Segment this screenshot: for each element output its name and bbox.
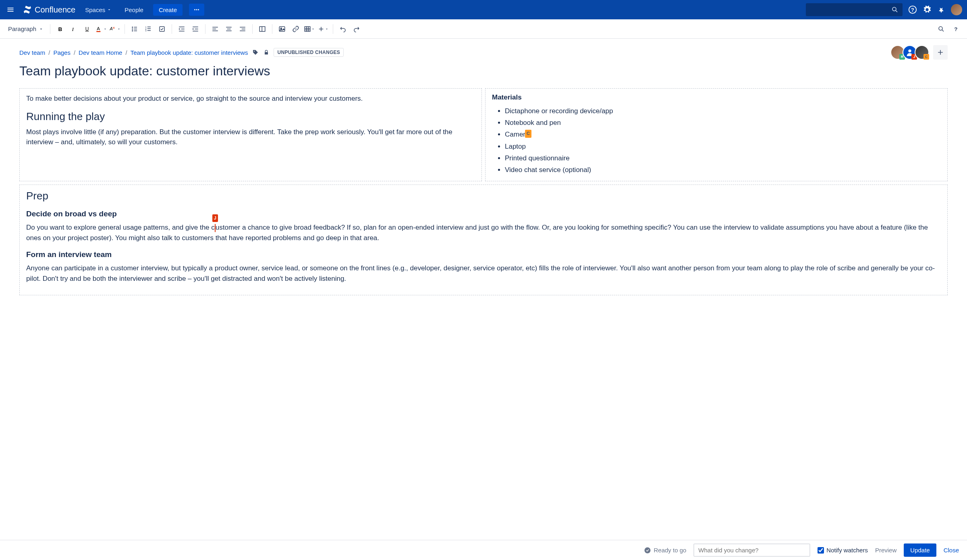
- svg-point-15: [132, 28, 133, 29]
- bold-button[interactable]: B: [54, 23, 66, 35]
- breadcrumb-row: Dev team / Pages / Dev team Home / Team …: [19, 45, 948, 60]
- svg-rect-29: [193, 27, 198, 27]
- svg-rect-38: [240, 27, 245, 27]
- cursor-j: J: [215, 222, 216, 233]
- redo-button[interactable]: [350, 23, 363, 35]
- svg-rect-20: [147, 27, 151, 27]
- settings-icon[interactable]: [923, 5, 932, 14]
- image-button[interactable]: [276, 23, 288, 35]
- confluence-logo[interactable]: Confluence: [23, 5, 75, 15]
- materials-heading: Materials: [492, 93, 941, 102]
- breadcrumb-sep: /: [48, 49, 50, 56]
- add-collaborator-button[interactable]: [933, 45, 948, 60]
- more-menu-button[interactable]: [189, 4, 204, 16]
- profile-avatar[interactable]: [951, 4, 962, 15]
- svg-text:?: ?: [911, 7, 914, 13]
- nav-people[interactable]: People: [121, 4, 147, 16]
- outdent-button[interactable]: [175, 23, 188, 35]
- link-button[interactable]: [289, 23, 302, 35]
- breadcrumb: Dev team / Pages / Dev team Home / Team …: [19, 49, 248, 56]
- cursor-c-badge: C: [525, 130, 531, 138]
- svg-point-2: [198, 9, 199, 10]
- layout-full-width[interactable]: Prep Decide on broad vs deep Do you want…: [19, 185, 948, 295]
- align-center-button[interactable]: [222, 23, 235, 35]
- svg-rect-27: [181, 29, 185, 29]
- toolbar-separator: [125, 24, 125, 34]
- svg-point-52: [254, 51, 255, 52]
- svg-rect-31: [193, 31, 198, 31]
- numbered-list-button[interactable]: 123: [142, 23, 155, 35]
- layout-button[interactable]: [256, 23, 269, 35]
- create-button[interactable]: Create: [153, 4, 183, 16]
- page-title[interactable]: Team playbook update: customer interview…: [19, 64, 948, 79]
- undo-button[interactable]: [336, 23, 349, 35]
- notifications-icon[interactable]: [937, 6, 945, 14]
- svg-rect-26: [179, 27, 185, 27]
- align-right-button[interactable]: [236, 23, 249, 35]
- heading-prep: Prep: [26, 190, 941, 202]
- clear-formatting-button[interactable]: A✕: [108, 23, 121, 35]
- list-item: Printed questionnaire: [505, 153, 941, 164]
- table-button[interactable]: [303, 23, 316, 35]
- search-box[interactable]: [806, 3, 903, 16]
- breadcrumb-item[interactable]: Team playbook update: customer interview…: [131, 49, 248, 56]
- collaborator-badge: C: [923, 54, 929, 60]
- breadcrumb-item[interactable]: Dev team: [19, 49, 45, 56]
- layout-cell-right[interactable]: Materials Dictaphone or recording device…: [485, 88, 948, 181]
- list-item: Notebook and pen: [505, 117, 941, 128]
- toolbar-right: ?: [935, 23, 962, 35]
- nav-spaces[interactable]: Spaces: [82, 4, 115, 16]
- toolbar-separator: [252, 24, 253, 34]
- restrictions-icon[interactable]: [263, 49, 270, 56]
- svg-rect-36: [227, 29, 231, 29]
- align-left-button[interactable]: [209, 23, 222, 35]
- italic-button[interactable]: I: [67, 23, 80, 35]
- format-label: Paragraph: [8, 25, 36, 32]
- svg-text:B: B: [58, 26, 62, 32]
- breadcrumb-item[interactable]: Pages: [53, 49, 71, 56]
- chevron-down-icon: [107, 7, 112, 12]
- labels-icon[interactable]: [252, 49, 259, 56]
- svg-text:?: ?: [954, 26, 957, 32]
- insert-button[interactable]: [317, 23, 330, 35]
- collaborators: R J C: [893, 45, 948, 60]
- svg-rect-45: [305, 27, 310, 31]
- svg-text:✕: ✕: [112, 26, 115, 30]
- text-color-button[interactable]: A: [95, 23, 108, 35]
- svg-rect-24: [147, 30, 151, 31]
- cursor-j-flag: J: [212, 214, 218, 222]
- bullet-list-button[interactable]: [128, 23, 141, 35]
- editor-content: Dev team / Pages / Dev team Home / Team …: [0, 39, 967, 540]
- dots-icon: [193, 6, 200, 13]
- svg-rect-30: [195, 29, 198, 29]
- svg-rect-39: [242, 29, 245, 29]
- list-item: CameraC: [505, 129, 941, 140]
- status-badge: UNPUBLISHED CHANGES: [274, 48, 344, 57]
- svg-text:A: A: [97, 26, 100, 31]
- materials-list: Dictaphone or recording device/app Noteb…: [492, 106, 941, 175]
- toolbar-help-button[interactable]: ?: [949, 23, 962, 35]
- breadcrumb-item[interactable]: Dev team Home: [79, 49, 122, 56]
- svg-point-54: [908, 50, 911, 52]
- find-button[interactable]: [935, 23, 948, 35]
- svg-rect-18: [134, 30, 137, 31]
- svg-point-44: [280, 28, 282, 29]
- collaborator-avatar[interactable]: C: [915, 45, 929, 60]
- search-icon: [891, 6, 899, 13]
- app-switcher-icon[interactable]: [5, 4, 16, 15]
- svg-rect-34: [212, 30, 218, 31]
- indent-button[interactable]: [189, 23, 202, 35]
- editor-toolbar: Paragraph B I U A A✕ 123 ?: [0, 19, 967, 39]
- svg-point-17: [132, 30, 133, 31]
- svg-rect-28: [179, 31, 185, 31]
- form-body: Anyone can participate in a customer int…: [26, 263, 941, 284]
- svg-rect-32: [212, 27, 218, 27]
- heading-running: Running the play: [26, 110, 475, 123]
- format-select[interactable]: Paragraph: [5, 24, 47, 34]
- task-list-button[interactable]: [156, 23, 168, 35]
- underline-button[interactable]: U: [81, 23, 94, 35]
- help-icon[interactable]: ?: [908, 5, 917, 14]
- list-item: Dictaphone or recording device/app: [505, 106, 941, 116]
- breadcrumb-sep: /: [74, 49, 75, 56]
- layout-cell-left[interactable]: To make better decisions about your prod…: [19, 88, 482, 181]
